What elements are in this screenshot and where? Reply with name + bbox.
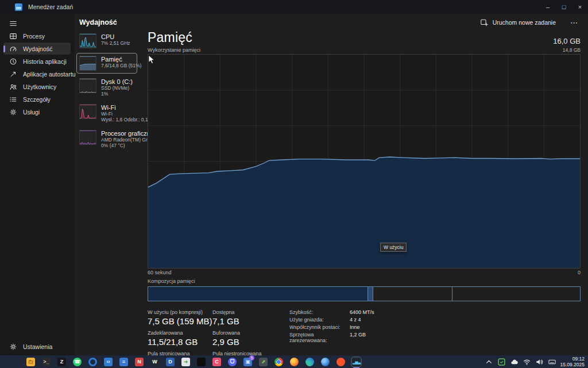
memory-composition-bar[interactable] — [148, 286, 581, 301]
page-title: Wydajność — [79, 18, 117, 26]
memory-title: Pamięć — [148, 30, 192, 45]
task-manager-app-icon — [15, 3, 22, 11]
perf-card-subtext: 7% 2,51 GHz — [101, 40, 130, 46]
sidebar-item-procesy[interactable]: Procesy — [3, 30, 71, 42]
stat-value: 7,1 GB — [212, 316, 267, 326]
taskbar-icon-blue-browser[interactable] — [320, 357, 330, 367]
hw-detail-row: Szybkość: 6400 MT/s — [289, 309, 374, 315]
perf-card-title: Pamięć — [101, 56, 134, 63]
menu-toggle-button[interactable] — [3, 17, 21, 29]
taskbar-icon-w-app[interactable]: W — [150, 357, 160, 367]
onedrive-icon[interactable] — [510, 358, 519, 366]
sidebar-item-historia-aplikacji[interactable]: Historia aplikacji — [3, 55, 71, 67]
composition-segment-free[interactable] — [452, 286, 581, 301]
sidebar-item-aplikacje-autostartu[interactable]: Aplikacje autostartu — [3, 68, 71, 80]
sidebar-item-u-ytkownicy[interactable]: Użytkownicy — [3, 80, 71, 93]
stat-label: W użyciu (po kompresji) — [148, 309, 202, 315]
perf-card-subtext: Wi-Fi — [101, 111, 136, 117]
perf-card-subtext: 1% — [101, 91, 133, 97]
perf-card-subtext: AMD Radeon(TM) Grapi — [101, 137, 136, 143]
taskbar-icon-red-n-app[interactable]: N — [134, 357, 144, 367]
taskbar-icon-blue-ring-app[interactable] — [88, 357, 98, 367]
performance-card-list: CPU7% 2,51 GHz Pamięć7,6/14,8 GB (51%) D… — [76, 30, 140, 153]
taskbar-icon-file-explorer[interactable]: 🗀 — [26, 357, 36, 367]
composition-segment-modified[interactable] — [368, 286, 373, 301]
taskbar-icon-notes-app[interactable]: ≡ — [119, 357, 129, 367]
hw-detail-row: Współczynnik postaci: Inne — [289, 324, 374, 330]
sidebar-nav: Procesy Wydajność Historia aplikacji Apl… — [2, 30, 72, 118]
sidebar-item-us-ugi[interactable]: Usługi — [3, 106, 71, 118]
sidebar-item-szczeg-y[interactable]: Szczegóły — [3, 93, 71, 105]
taskbar-icon-vscode[interactable]: ‹› — [103, 357, 113, 367]
hw-detail-value: 4 z 4 — [350, 317, 361, 323]
perf-card-sparkline — [79, 104, 96, 119]
stat-label: Zadeklarowana — [148, 330, 202, 336]
notification-badge: 5 — [249, 355, 254, 361]
taskbar-icon-whatsapp[interactable]: ☎ — [72, 357, 82, 367]
perf-card-title: Dysk 0 (C:) — [101, 78, 133, 85]
perf-card-sparkline — [79, 78, 96, 93]
wifi-icon[interactable] — [523, 358, 531, 366]
sidebar-item-label: Aplikacje autostartu — [23, 71, 76, 78]
taskbar-clock[interactable]: 09:12 15.09.2025 — [560, 356, 585, 367]
users-icon — [9, 82, 17, 91]
startup-icon — [9, 70, 17, 78]
sidebar-item-wydajno-[interactable]: Wydajność — [3, 43, 71, 55]
stat-buforowana: Buforowana 2,9 GB — [212, 330, 267, 347]
sidebar-item-label: Historia aplikacji — [23, 58, 67, 65]
taskbar-icon-discord[interactable]: ᗜ — [227, 357, 237, 367]
mouse-cursor — [148, 55, 156, 64]
perf-card-cpu[interactable]: CPU7% 2,51 GHz — [76, 30, 138, 51]
perf-card-sparkline — [79, 130, 96, 145]
minimize-button[interactable]: – — [540, 0, 556, 14]
sidebar-item-ustawienia[interactable]: Ustawienia — [3, 340, 71, 352]
input-indicator-icon[interactable] — [548, 358, 556, 366]
sidebar: Procesy Wydajność Historia aplikacji Apl… — [0, 14, 74, 355]
composition-label: Kompozycja pamięci — [148, 278, 581, 284]
taskbar-icon-chrome[interactable] — [274, 357, 284, 367]
hw-detail-value: Inne — [350, 324, 360, 330]
tray-chevron-icon[interactable] — [485, 358, 493, 366]
perf-card-procesor-graficzny[interactable]: Procesor graficznyAMD Radeon(TM) Grapi0%… — [76, 127, 138, 151]
titlebar: Menedżer zadań – □ × — [0, 0, 588, 14]
taskbar-icon-dark-app[interactable]: Z — [57, 357, 67, 367]
memory-usage-chart[interactable]: W użyciu — [148, 54, 581, 269]
perf-card-wi-fi[interactable]: Wi-FiWi-FiWysł.: 1,6 Odebr.: 0,1 M — [76, 101, 138, 125]
taskbar-icon-brave[interactable] — [336, 357, 346, 367]
stat-zadeklarowana: Zadeklarowana 11,5/21,8 GB — [148, 330, 202, 347]
perf-card-sparkline — [79, 56, 96, 71]
taskbar-icon-firefox[interactable] — [289, 357, 299, 367]
taskbar-icon-task-manager[interactable]: ▂▅▃ — [351, 357, 361, 367]
sidebar-item-label: Użytkownicy — [23, 83, 56, 90]
taskbar-icon-start[interactable] — [10, 357, 20, 367]
taskbar-icon-badge-app[interactable]: ▣5 — [243, 357, 253, 367]
history-icon — [9, 57, 17, 66]
perf-card-sparkline — [79, 33, 96, 48]
tray-green-app-icon[interactable] — [497, 358, 506, 366]
clock-date: 15.09.2025 — [560, 362, 585, 367]
close-button[interactable]: × — [572, 0, 588, 14]
maximize-button[interactable]: □ — [556, 0, 572, 14]
more-options-button[interactable]: ⋯ — [566, 17, 582, 28]
perf-card-pami-[interactable]: Pamięć7,6/14,8 GB (51%) — [76, 53, 137, 74]
composition-segment-standby[interactable] — [373, 286, 452, 301]
sidebar-item-label: Procesy — [23, 33, 45, 40]
x-axis-right-label: 0 — [578, 270, 581, 275]
x-axis-left-label: 60 sekund — [148, 270, 172, 275]
taskbar-icon-snip-app[interactable]: ⬈ — [258, 357, 268, 367]
composition-segment-in-use[interactable] — [148, 286, 368, 301]
taskbar-icon-black-app[interactable] — [196, 357, 206, 367]
hamburger-icon — [9, 19, 17, 28]
stat-w-użyciu-po-kompresji-: W użyciu (po kompresji) 7,5 GB (159 MB) — [148, 309, 202, 326]
taskbar-icon-pink-app[interactable]: C — [212, 357, 222, 367]
taskbar-icon-terminal[interactable]: >_ — [41, 357, 51, 367]
run-new-task-button[interactable]: Uruchom nowe zadanie — [475, 16, 561, 29]
perf-card-dysk-0-c-[interactable]: Dysk 0 (C:)SSD (NVMe)1% — [76, 75, 138, 99]
volume-icon[interactable] — [535, 358, 544, 366]
chart-tooltip: W użyciu — [380, 243, 407, 252]
taskbar-icon-edge[interactable] — [305, 357, 315, 367]
stat-label: Dostępna — [212, 309, 267, 315]
taskbar-icon-d-app[interactable]: D — [165, 357, 175, 367]
taskbar-icon-green-doc-app[interactable]: ➜ — [181, 357, 191, 367]
new-task-icon — [480, 18, 489, 27]
